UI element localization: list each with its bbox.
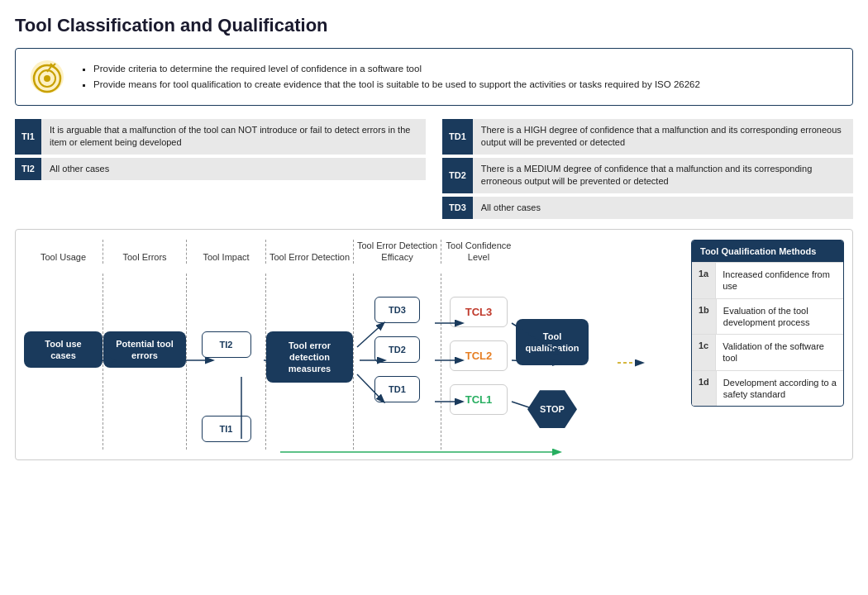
tool-error-detection-measures-box: Tool error detection measures xyxy=(266,331,353,383)
ti2-desc: All other cases xyxy=(41,158,426,180)
tcl1-label: TCL1 xyxy=(465,393,493,406)
tcl3-label: TCL3 xyxy=(465,306,493,318)
td3-label: TD3 xyxy=(442,197,473,219)
td3-desc: All other cases xyxy=(473,197,853,219)
col-header-usage: Tool Usage xyxy=(24,251,103,263)
tool-use-cases-box: Tool use cases xyxy=(24,331,103,369)
target-icon xyxy=(27,57,67,97)
potential-tool-errors-box: Potential tool errors xyxy=(103,331,186,369)
qual-desc-1d: Development according to a safety standa… xyxy=(717,371,843,407)
qual-methods-header: Tool Qualification Methods xyxy=(692,240,843,262)
qual-id-1a: 1a xyxy=(692,263,716,298)
qual-row-1c: 1c Validation of the software tool xyxy=(692,334,843,370)
qual-row-1a: 1a Increased confidence from use xyxy=(692,262,843,298)
td1-row: TD1 There is a HIGH degree of confidence… xyxy=(442,119,853,155)
qual-desc-1b: Evaluation of the tool development proce… xyxy=(717,299,843,335)
tcl1-box: TCL1 xyxy=(450,384,508,415)
td1-flow-box: TD1 xyxy=(374,376,420,402)
svg-point-3 xyxy=(44,75,50,82)
tool-qualification-box: Tool qualification xyxy=(516,319,589,366)
tcl2-box: TCL2 xyxy=(450,340,508,371)
flow-diagram: Tool Usage Tool Errors Tool Impact Tool … xyxy=(15,229,853,460)
qual-methods-panel: Tool Qualification Methods 1a Increased … xyxy=(691,240,844,450)
qual-id-1c: 1c xyxy=(692,335,716,370)
qual-row-1b: 1b Evaluation of the tool development pr… xyxy=(692,298,843,335)
tcl2-label: TCL2 xyxy=(465,350,493,362)
ti2-label: TI2 xyxy=(15,158,41,180)
td1-label: TD1 xyxy=(442,119,473,155)
ti2-box: TI2 xyxy=(202,331,251,358)
qual-id-1d: 1d xyxy=(692,371,717,407)
ti1-label: TI1 xyxy=(15,119,41,155)
col-header-detection: Tool Error Detection xyxy=(266,251,353,263)
qual-desc-1c: Validation of the software tool xyxy=(716,335,843,370)
qual-id-1b: 1b xyxy=(692,299,717,335)
stop-hexagon: STOP xyxy=(527,390,577,428)
qual-row-1d: 1d Development according to a safety sta… xyxy=(692,370,843,407)
header-bullet-1: Provide criteria to determine the requir… xyxy=(93,61,700,77)
page-title: Tool Classification and Qualification xyxy=(15,15,853,36)
col-header-efficacy: Tool Error Detection Efficacy xyxy=(354,240,441,264)
td3-row: TD3 All other cases xyxy=(442,197,853,219)
ti1-box: TI1 xyxy=(202,416,251,442)
ti2-row: TI2 All other cases xyxy=(15,158,426,180)
ti-section: TI1 It is arguable that a malfunction of… xyxy=(15,119,426,222)
tcl3-box: TCL3 xyxy=(450,297,508,327)
ti1-desc: It is arguable that a malfunction of the… xyxy=(41,119,426,155)
td2-flow-box: TD2 xyxy=(374,336,420,363)
td3-flow-box: TD3 xyxy=(374,297,420,323)
ti1-row: TI1 It is arguable that a malfunction of… xyxy=(15,119,426,155)
td2-desc: There is a MEDIUM degree of confidence t… xyxy=(473,158,853,193)
header-text: Provide criteria to determine the requir… xyxy=(79,61,700,93)
td-section: TD1 There is a HIGH degree of confidence… xyxy=(442,119,853,222)
header-bullet-2: Provide means for tool qualification to … xyxy=(93,77,700,93)
td2-label: TD2 xyxy=(442,158,473,193)
col-header-errors: Tool Errors xyxy=(103,251,186,263)
col-header-impact: Tool Impact xyxy=(187,251,265,263)
td2-row: TD2 There is a MEDIUM degree of confiden… xyxy=(442,158,853,193)
col-header-confidence: Tool Confidence Level xyxy=(441,240,516,264)
qual-desc-1a: Increased confidence from use xyxy=(716,263,843,298)
header-box: Provide criteria to determine the requir… xyxy=(15,48,853,106)
td1-desc: There is a HIGH degree of confidence tha… xyxy=(473,119,853,155)
